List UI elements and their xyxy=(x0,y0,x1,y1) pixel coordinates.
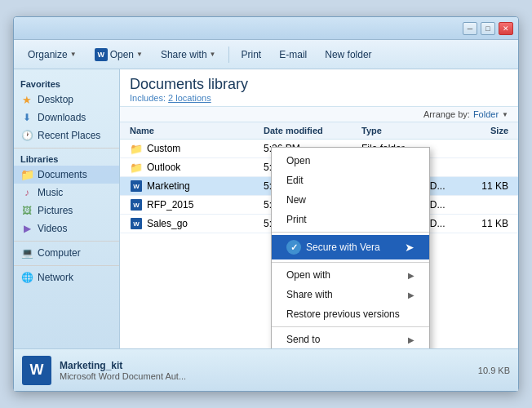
ctx-print[interactable]: Print xyxy=(272,210,429,229)
ctx-send-to[interactable]: Send to ▶ xyxy=(272,330,429,348)
print-button[interactable]: Print xyxy=(234,46,269,64)
sidebar-item-recent-label: Recent Places xyxy=(38,130,100,141)
ctx-edit[interactable]: Edit xyxy=(272,171,429,190)
close-button[interactable]: ✕ xyxy=(499,22,513,35)
ctx-vera[interactable]: ✓ Secure with Vera ➤ xyxy=(272,235,429,259)
library-title: Documents library xyxy=(130,76,508,93)
ctx-open-label: Open xyxy=(286,155,310,166)
sidebar-item-recent[interactable]: 🕐 Recent Places xyxy=(14,126,119,144)
ctx-restore[interactable]: Restore previous versions xyxy=(272,304,429,324)
arrange-value[interactable]: Folder xyxy=(473,109,499,119)
sidebar-item-desktop[interactable]: ★ Desktop xyxy=(14,91,119,109)
main-area: Favorites ★ Desktop ⬇ Downloads 🕐 Recent… xyxy=(14,69,518,348)
sidebar-item-computer-label: Computer xyxy=(38,247,81,259)
file-size: 11 KB xyxy=(459,218,508,229)
network-icon: 🌐 xyxy=(20,271,33,284)
sidebar-item-pictures-label: Pictures xyxy=(38,205,73,216)
ctx-share-with[interactable]: Share with ▶ xyxy=(272,285,429,304)
ctx-vera-arrow-icon: ➤ xyxy=(405,241,415,254)
sidebar-item-videos-label: Videos xyxy=(38,223,67,234)
file-name: Sales_go xyxy=(147,218,264,229)
sidebar-item-downloads-label: Downloads xyxy=(38,112,86,123)
libraries-label: Libraries xyxy=(14,151,119,166)
sidebar: Favorites ★ Desktop ⬇ Downloads 🕐 Recent… xyxy=(14,69,120,348)
ctx-separator-2 xyxy=(272,262,429,263)
organize-button[interactable]: Organize ▼ xyxy=(20,46,84,64)
new-folder-label: New folder xyxy=(325,49,371,60)
ctx-separator xyxy=(272,232,429,233)
file-list-header: Name Date modified Type Size xyxy=(120,122,518,140)
sidebar-item-desktop-label: Desktop xyxy=(38,94,73,105)
content-header: Documents library Includes: 2 locations xyxy=(120,69,518,107)
sidebar-item-videos[interactable]: ▶ Videos xyxy=(14,220,119,237)
word-doc-icon: W xyxy=(130,217,143,230)
arrange-label: Arrange by: xyxy=(423,109,470,119)
vera-check-icon: ✓ xyxy=(290,242,298,253)
arrange-arrow-icon: ▼ xyxy=(502,111,508,118)
sidebar-item-downloads[interactable]: ⬇ Downloads xyxy=(14,109,119,126)
file-name: Marketing xyxy=(147,180,264,192)
recent-icon: 🕐 xyxy=(20,129,33,142)
ctx-share-with-label: Share with xyxy=(286,289,333,300)
ctx-new[interactable]: New xyxy=(272,190,429,210)
ctx-open-with-arrow-icon: ▶ xyxy=(408,271,415,280)
sidebar-item-pictures[interactable]: 🖼 Pictures xyxy=(14,202,119,220)
sidebar-item-documents[interactable]: 📁 Documents xyxy=(14,166,119,184)
library-subtitle: Includes: 2 locations xyxy=(130,93,508,103)
email-button[interactable]: E-mail xyxy=(272,46,314,64)
minimize-button[interactable]: ─ xyxy=(463,22,477,35)
open-button[interactable]: W Open ▼ xyxy=(87,45,150,64)
new-folder-button[interactable]: New folder xyxy=(317,46,379,64)
arrange-bar: Arrange by: Folder ▼ xyxy=(120,107,518,122)
maximize-button[interactable]: □ xyxy=(481,22,495,35)
title-bar: ─ □ ✕ xyxy=(14,17,518,40)
word-doc-icon: W xyxy=(130,198,143,211)
file-name: RFP_2015 xyxy=(147,199,264,211)
ctx-restore-label: Restore previous versions xyxy=(286,308,400,320)
organize-arrow-icon: ▼ xyxy=(70,51,77,58)
favorites-section: Favorites ★ Desktop ⬇ Downloads 🕐 Recent… xyxy=(14,76,119,144)
downloads-icon: ⬇ xyxy=(20,111,33,124)
share-arrow-icon: ▼ xyxy=(210,51,216,58)
ctx-open[interactable]: Open xyxy=(272,151,429,171)
vera-logo-icon: ✓ xyxy=(286,240,301,255)
col-type-header: Type xyxy=(361,126,459,135)
ctx-open-with[interactable]: Open with ▶ xyxy=(272,265,429,285)
content-area: Documents library Includes: 2 locations … xyxy=(120,69,518,348)
share-button[interactable]: Share with ▼ xyxy=(153,46,224,64)
sidebar-item-documents-label: Documents xyxy=(38,169,87,180)
ctx-new-label: New xyxy=(286,194,306,206)
share-label: Share with xyxy=(161,49,207,60)
file-size: 11 KB xyxy=(459,180,508,192)
star-icon: ★ xyxy=(20,93,33,106)
sidebar-item-computer[interactable]: 💻 Computer xyxy=(14,244,119,262)
col-size-header: Size xyxy=(459,126,508,135)
ctx-open-with-label: Open with xyxy=(286,269,330,281)
status-details: Microsoft Word Document Aut... xyxy=(60,371,186,381)
email-label: E-mail xyxy=(279,49,307,60)
open-arrow-icon: ▼ xyxy=(136,51,143,58)
ctx-edit-label: Edit xyxy=(286,175,304,186)
status-filename: Marketing_kit xyxy=(60,360,186,371)
sidebar-item-music[interactable]: ♪ Music xyxy=(14,184,119,202)
sidebar-item-network[interactable]: 🌐 Network xyxy=(14,268,119,286)
context-menu: Open Edit New Print ✓ Secure with Vera xyxy=(271,147,430,348)
word-icon: W xyxy=(95,48,108,61)
computer-icon: 💻 xyxy=(20,246,33,259)
open-label: Open xyxy=(110,49,134,60)
status-word-icon: W xyxy=(22,356,51,385)
organize-label: Organize xyxy=(28,49,68,60)
title-bar-buttons: ─ □ ✕ xyxy=(463,22,513,35)
file-name: Outlook xyxy=(147,162,264,173)
file-name: Custom xyxy=(147,143,264,154)
folder-icon: 📁 xyxy=(130,142,143,155)
computer-section: 💻 Computer xyxy=(14,244,119,262)
status-size: 10.9 KB xyxy=(478,366,510,375)
word-doc-icon: W xyxy=(130,180,143,193)
music-icon: ♪ xyxy=(20,186,33,199)
network-section: 🌐 Network xyxy=(14,268,119,286)
locations-link[interactable]: 2 locations xyxy=(168,93,211,103)
sidebar-separator-3 xyxy=(14,265,119,266)
status-bar: W Marketing_kit Microsoft Word Document … xyxy=(14,348,518,391)
documents-folder-icon: 📁 xyxy=(20,168,33,181)
